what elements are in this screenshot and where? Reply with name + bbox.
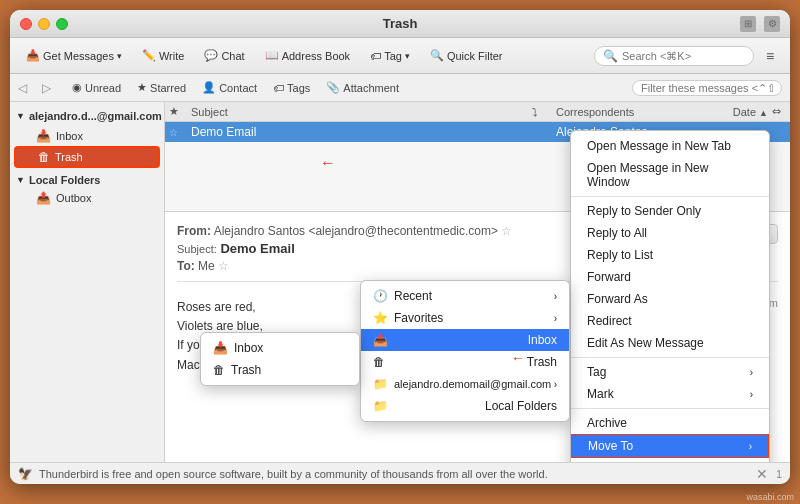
message-to: To: Me ☆ [177,259,623,273]
inbox-icon: 📥 [36,129,51,143]
address-book-button[interactable]: 📖 Address Book [257,45,358,66]
main-area: ▼ alejandro.d...@gmail.com ... 📥 Inbox 🗑… [10,102,790,462]
message-from: From: Alejandro Santos <alejandro@thecon… [177,224,623,238]
chat-icon: 💬 [204,49,218,62]
back-icon[interactable]: ◁ [18,81,38,95]
ctx-redirect[interactable]: Redirect [571,310,769,332]
address-book-icon: 📖 [265,49,279,62]
from-value: Alejandro Santos <alejandro@thecontentme… [214,224,498,238]
ctx-tag[interactable]: Tag › [571,361,769,383]
tag-icon: 🏷 [370,50,381,62]
ctx-open-new-tab[interactable]: Open Message in New Tab [571,135,769,157]
recent-icon: 🕐 [373,289,388,303]
from-label: From: [177,224,211,238]
submenu-trash[interactable]: 🗑 Trash [361,351,569,373]
to-label: To: [177,259,195,273]
ctx-forward-as[interactable]: Forward As [571,288,769,310]
message-subject-cell: Demo Email [187,125,532,139]
sub2-trash[interactable]: 🗑 Trash [201,359,359,381]
unread-icon: ◉ [72,81,82,94]
arrow-indicator: ← [320,154,336,172]
sub2-inbox[interactable]: 📥 Inbox [201,337,359,359]
star-icon: ★ [137,81,147,94]
chat-button[interactable]: 💬 Chat [196,45,252,66]
mark-arrow: › [750,389,753,400]
outbox-icon: 📤 [36,191,51,205]
ctx-sep-2 [571,357,769,358]
col-correspondents-header[interactable]: Correspondents [552,106,692,118]
write-button[interactable]: ✏️ Write [134,45,192,66]
starred-filter[interactable]: ★ Starred [131,79,192,96]
ctx-move-to[interactable]: Move To › [571,434,769,458]
contact-filter[interactable]: 👤 Contact [196,79,263,96]
menu-button[interactable]: ≡ [758,44,782,68]
submenu-recent[interactable]: 🕐 Recent › [361,285,569,307]
tag-arrow: › [750,367,753,378]
minimize-button[interactable] [38,18,50,30]
local-toggle: ▼ [16,175,25,185]
sidebar-item-inbox[interactable]: 📥 Inbox [14,127,160,145]
maximize-button[interactable] [56,18,68,30]
inbox-icon: 📥 [373,333,388,347]
trash-icon: 🗑 [373,355,385,369]
filter-icon: 🔍 [430,49,444,62]
statusbar: 🦅 Thunderbird is free and open source so… [10,462,790,484]
ctx-reply-list[interactable]: Reply to List [571,244,769,266]
move-to-indicator-arrow: ← [511,350,525,366]
sidebar-item-outbox[interactable]: 📤 Outbox [14,189,160,207]
titlebar-icons: ⊞ ⚙ [740,16,780,32]
main-window: Trash ⊞ ⚙ 📥 Get Messages ✏️ Write 💬 Chat… [10,10,790,484]
statusbar-message: Thunderbird is free and open source soft… [39,468,548,480]
attachment-icon: 📎 [326,81,340,94]
ctx-edit-new[interactable]: Edit As New Message [571,332,769,354]
sidebar-item-trash[interactable]: 🗑 Trash [14,146,160,168]
trash-icon: 🗑 [38,150,50,164]
tags-icon: 🏷 [273,82,284,94]
message-subject: Subject: Demo Email [177,241,623,256]
quick-filter-button[interactable]: 🔍 Quick Filter [422,45,511,66]
folder-icon: 📁 [373,377,388,391]
ctx-mark[interactable]: Mark › [571,383,769,405]
settings-icon[interactable]: ⚙ [764,16,780,32]
star-field[interactable]: ☆ [169,127,187,138]
forward-icon[interactable]: ▷ [42,81,62,95]
col-subject-header[interactable]: Subject [187,106,532,118]
filter-input[interactable] [632,80,782,96]
submenu-email-account[interactable]: 📁 alejandro.demomail@gmail.com › [361,373,569,395]
ctx-open-new-window[interactable]: Open Message in New Window [571,157,769,193]
sub2-inbox-icon: 📥 [213,341,228,355]
recent-arrow: › [554,291,557,302]
expand-col-icon[interactable]: ⇔ [772,105,786,118]
search-box[interactable]: 🔍 [594,46,754,66]
local-folders-icon: 📁 [373,399,388,413]
col-date-header[interactable]: Date ▲ [692,106,772,118]
filter-toolbar: ◁ ▷ ◉ Unread ★ Starred 👤 Contact 🏷 Tags … [10,74,790,102]
search-input[interactable] [622,50,745,62]
ctx-forward[interactable]: Forward [571,266,769,288]
star-icon[interactable]: ☆ [501,224,512,238]
col-thread-header: ⤵ [532,106,552,118]
local-folders-section[interactable]: ▼ Local Folders [10,172,164,188]
submenu-favorites[interactable]: ⭐ Favorites › [361,307,569,329]
contact-icon: 👤 [202,81,216,94]
ctx-copy-to[interactable]: Copy To › [571,458,769,462]
traffic-lights [20,18,68,30]
attachment-filter[interactable]: 📎 Attachment [320,79,405,96]
submenu-inbox[interactable]: 📥 Inbox [361,329,569,351]
ctx-reply-sender[interactable]: Reply to Sender Only [571,200,769,222]
close-button[interactable] [20,18,32,30]
statusbar-close[interactable]: ✕ [756,466,768,482]
to-value: Me [198,259,215,273]
local-folders-label: Local Folders [29,174,101,186]
account-name: alejandro.d...@gmail.com [29,110,162,122]
account-section[interactable]: ▼ alejandro.d...@gmail.com ... [10,106,164,126]
ctx-archive[interactable]: Archive [571,412,769,434]
tags-filter[interactable]: 🏷 Tags [267,80,316,96]
subject-label: Subject: [177,243,217,255]
ctx-reply-all[interactable]: Reply to All [571,222,769,244]
tag-button[interactable]: 🏷 Tag [362,46,418,66]
get-messages-button[interactable]: 📥 Get Messages [18,45,130,66]
unread-filter[interactable]: ◉ Unread [66,79,127,96]
compose-icon[interactable]: ⊞ [740,16,756,32]
submenu-local-folders[interactable]: 📁 Local Folders [361,395,569,417]
